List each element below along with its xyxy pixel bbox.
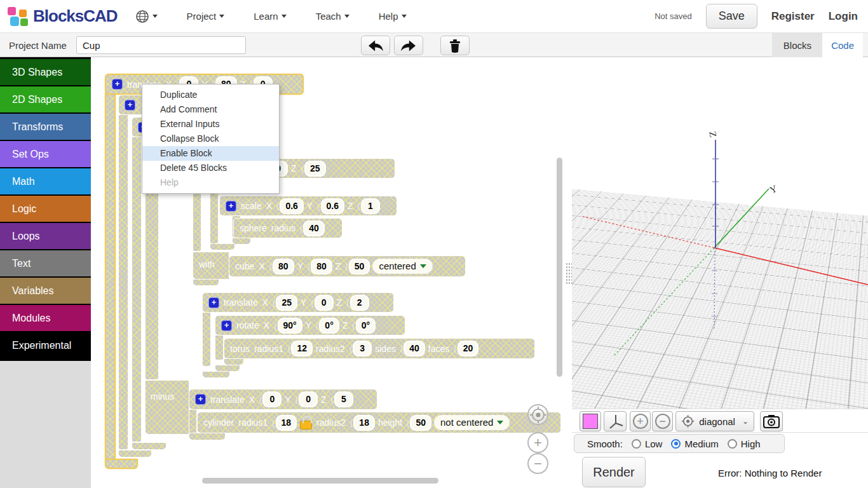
color-swatch-button[interactable] [580,411,601,431]
block-scale[interactable]: + scale X(0.6 Y(0.6 Z(1 [219,196,397,216]
delete-button[interactable] [440,36,470,55]
value-field[interactable]: 18 [277,416,296,430]
vertical-scrollbar[interactable] [557,158,562,377]
menu-item-help[interactable]: Help [142,175,279,190]
block-torus[interactable]: torus radius1(12 radius2(3 sides(40 face… [224,338,535,359]
horizontal-scrollbar[interactable] [202,478,438,484]
redo-button[interactable] [394,36,423,55]
smooth-option-low[interactable]: Low [632,438,663,449]
value-field[interactable]: 40 [304,222,323,235]
block-foot[interactable] [193,279,219,286]
value-field[interactable]: 50 [350,260,369,273]
sidebar-item-2d-shapes[interactable]: 2D Shapes [0,86,91,112]
block-foot[interactable] [202,371,230,378]
value-field[interactable]: 0° [320,319,337,332]
3d-viewport[interactable]: Z Y [572,57,868,409]
sidebar-item-loops[interactable]: Loops [0,223,91,249]
menu-help[interactable]: Help [379,11,407,22]
value-field[interactable]: 25 [306,162,325,175]
block-foot[interactable] [105,459,138,469]
panel-resize-handle[interactable] [566,262,572,284]
sidebar-item-3d-shapes[interactable]: 3D Shapes [0,59,91,85]
undo-button[interactable] [361,36,390,55]
block-foot[interactable] [210,243,235,250]
blockscad-logo[interactable]: BlocksCAD [6,4,118,29]
value-field[interactable]: 0 [316,296,332,309]
smooth-option-high[interactable]: High [728,438,761,449]
block-wall[interactable] [105,93,116,460]
centered-dropdown[interactable]: centered [373,259,431,273]
block-wall[interactable] [118,114,128,450]
menu-item-add-comment[interactable]: Add Comment [142,102,279,117]
expand-icon[interactable]: + [221,320,232,331]
block-wall[interactable] [215,335,224,360]
menu-item-collapse-block[interactable]: Collapse Block [142,132,279,146]
menu-item-duplicate[interactable]: Duplicate [142,88,279,102]
block-translate-4[interactable]: + translate X(0 Y(0 Z(5 [189,389,377,410]
block-rotate[interactable]: + rotate X(90° Y(0° Z(0° [215,315,405,336]
expand-icon[interactable]: + [208,297,219,308]
value-field[interactable]: 1 [362,200,379,213]
axes-toggle-button[interactable] [604,411,627,431]
block-foot[interactable] [189,433,226,440]
view-angle-select[interactable]: diagonal ⌄ [675,411,754,431]
value-field[interactable]: 20 [459,342,478,355]
zoom-out-button[interactable]: − [527,453,548,474]
menu-item-external-inputs[interactable]: External Inputs [142,117,279,132]
value-field[interactable]: 25 [277,296,296,309]
sidebar-item-set-ops[interactable]: Set Ops [0,141,91,167]
block-wall[interactable] [202,312,211,367]
sidebar-item-text[interactable]: Text [0,250,91,276]
screenshot-button[interactable] [760,411,783,431]
value-field[interactable]: 2 [351,296,368,309]
sidebar-item-transforms[interactable]: Transforms [0,114,91,140]
difference-block-minus-section[interactable] [145,380,189,435]
expand-icon[interactable]: + [226,201,236,212]
save-button[interactable]: Save [706,4,757,29]
zoom-reset-button[interactable] [527,404,548,425]
value-field[interactable]: 12 [292,342,311,355]
zoom-in-button[interactable]: + [527,432,548,453]
sidebar-item-math[interactable]: Math [0,168,91,194]
viewport-zoom-out-button[interactable]: − [652,411,673,431]
render-button[interactable]: Render [582,457,646,487]
value-field[interactable]: 0° [357,319,374,332]
value-field[interactable]: 0 [300,393,316,406]
sidebar-item-modules[interactable]: Modules [0,305,91,331]
value-field[interactable]: 50 [411,416,430,430]
menu-project[interactable]: Project [187,11,225,22]
menu-item-enable-block[interactable]: Enable Block [142,146,279,161]
block-cylinder[interactable]: cylinder radius1(18 radius2(18 height(50… [197,412,561,433]
sidebar-item-variables[interactable]: Variables [0,278,91,304]
menu-item-delete-blocks[interactable]: Delete 45 Blocks [142,161,279,175]
value-field[interactable]: 80 [274,260,293,273]
tab-blocks[interactable]: Blocks [772,33,823,57]
block-translate-3[interactable]: + translate X(25 Y(0 Z(2 [202,292,394,313]
menu-teach[interactable]: Teach [316,11,349,22]
value-field[interactable]: 3 [354,342,370,355]
login-link[interactable]: Login [829,10,858,23]
tab-code[interactable]: Code [822,33,863,57]
smooth-option-medium[interactable]: Medium [671,438,718,449]
sidebar-item-logic[interactable]: Logic [0,196,91,222]
viewport-zoom-in-button[interactable]: + [630,411,651,431]
value-field[interactable]: 5 [336,393,352,406]
value-field[interactable]: 0.6 [322,200,343,213]
block-sphere[interactable]: sphere radius(40 [233,218,342,238]
menu-learn[interactable]: Learn [254,11,286,22]
expand-icon[interactable]: + [112,79,123,90]
block-cube[interactable]: cube X(80 Y(80 Z(50 centered [229,255,466,277]
value-field[interactable]: 40 [405,342,424,355]
language-menu[interactable] [135,10,158,24]
block-wall[interactable] [189,409,197,435]
value-field[interactable]: 90° [279,319,301,332]
register-link[interactable]: Register [771,10,815,23]
value-field[interactable]: 0 [264,393,280,406]
block-wall[interactable] [132,137,142,442]
value-field[interactable]: 80 [312,260,331,273]
value-field[interactable]: 0.6 [281,200,302,213]
expand-icon[interactable]: + [125,100,135,111]
block-foot[interactable] [132,442,166,450]
lock-icon[interactable] [300,421,312,430]
value-field[interactable]: 18 [355,416,374,430]
